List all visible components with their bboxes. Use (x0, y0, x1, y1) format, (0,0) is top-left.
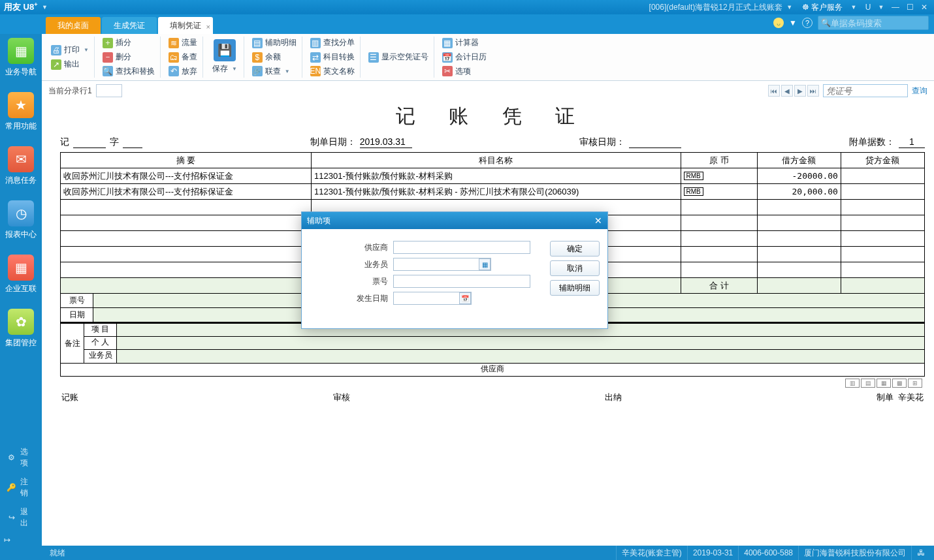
insert-row-button[interactable]: ＋插分 (103, 37, 155, 50)
cell-currency[interactable] (681, 262, 757, 278)
output-button[interactable]: ↗输出 (51, 58, 89, 71)
note-person-value[interactable] (117, 337, 924, 349)
cell-credit[interactable] (841, 262, 924, 278)
voucher-type-blank[interactable] (73, 136, 106, 148)
note-salesman-value[interactable] (117, 350, 924, 363)
cancel-button[interactable]: 取消 (550, 260, 600, 276)
brand-dropdown[interactable]: ▼ (39, 4, 51, 10)
cell-currency[interactable] (681, 231, 757, 247)
flow-button[interactable]: ≋流量 (169, 37, 197, 50)
sidebar-options[interactable]: ⚙选项 (0, 443, 42, 473)
service-dropdown[interactable]: ▼ (848, 4, 860, 10)
aux-detail-dialog-button[interactable]: 辅助明细 (550, 280, 600, 296)
tab-close-icon[interactable]: × (206, 18, 210, 35)
cell-subject[interactable]: 112301-预付账款/预付账款-材料采购 - 苏州汇川技术有限公司(20603… (312, 184, 681, 200)
calendar-button[interactable]: 📅会计日历 (442, 51, 487, 64)
u-dropdown[interactable]: ▼ (875, 4, 887, 10)
close-button[interactable]: ✕ (918, 3, 930, 12)
calc-button[interactable]: ▦计算器 (442, 37, 487, 50)
cell-debit[interactable] (757, 231, 841, 247)
view-icon-3[interactable]: ▦ (877, 379, 891, 388)
memo-button[interactable]: 🗂备查 (169, 51, 197, 64)
cell-credit[interactable] (841, 184, 924, 200)
nav-next-button[interactable]: ▶ (794, 85, 806, 97)
date-picker-icon[interactable]: 📅 (459, 292, 471, 304)
status-conn-icon[interactable]: 🖧 (911, 546, 930, 560)
nav-prev-button[interactable]: ◀ (781, 85, 793, 97)
show-empty-button[interactable]: ☰显示空凭证号 (368, 51, 428, 64)
salesman-input[interactable] (393, 258, 491, 271)
voucher-number-blank[interactable] (123, 136, 142, 148)
find-split-button[interactable]: ▥查找分单 (310, 37, 355, 50)
tab-fill-voucher[interactable]: 填制凭证× (158, 17, 213, 34)
delete-row-button[interactable]: －删分 (103, 51, 155, 64)
voucher-no-input[interactable] (823, 84, 908, 97)
eng-name-button[interactable]: EN英文名称 (310, 65, 355, 78)
service-icon[interactable]: ☸ 客户服务 (802, 2, 843, 13)
pin-icon[interactable]: ↦ (4, 535, 10, 544)
cell-summary[interactable] (61, 262, 312, 278)
table-row[interactable]: 收回苏州汇川技术有限公司---支付招标保证金112301-预付账款/预付账款-材… (61, 168, 925, 184)
cell-debit[interactable]: 20,000.00 (757, 184, 841, 200)
u-menu[interactable]: U (862, 3, 874, 12)
maximize-button[interactable]: ☐ (904, 3, 916, 12)
sidebar-item-reports[interactable]: ◷报表中心 (1, 200, 40, 240)
view-icon-1[interactable]: ▥ (845, 379, 860, 388)
supplier-input[interactable] (393, 241, 530, 254)
account-dropdown[interactable]: ▼ (784, 4, 796, 10)
cell-summary[interactable]: 收回苏州汇川技术有限公司---支付招标保证金 (61, 184, 312, 200)
ok-button[interactable]: 确定 (550, 241, 600, 257)
sidebar-item-messages[interactable]: ✉消息任务 (1, 146, 40, 186)
cell-debit[interactable] (757, 247, 841, 262)
view-icon-4[interactable]: ▩ (892, 379, 907, 388)
make-date-value[interactable]: 2019.03.31 (360, 136, 412, 148)
cell-credit[interactable] (841, 231, 924, 247)
find-replace-button[interactable]: 🔍查找和替换 (103, 65, 155, 78)
cell-summary[interactable] (61, 231, 312, 247)
cell-debit[interactable] (757, 215, 841, 231)
cell-currency[interactable]: RMB (681, 168, 757, 184)
cell-credit[interactable] (841, 200, 924, 215)
sidebar-exit[interactable]: ↪退出 (0, 503, 42, 533)
cell-debit[interactable]: -20000.00 (757, 168, 841, 184)
sidebar-item-group[interactable]: ✿集团管控 (1, 309, 40, 349)
view-icon-2[interactable]: ▤ (861, 379, 875, 388)
linkq-button[interactable]: 🔗联查▼ (252, 65, 297, 78)
sidebar-logout[interactable]: 🔑注销 (0, 473, 42, 503)
barcode-search[interactable]: 🔍 (818, 16, 929, 30)
save-button[interactable]: 保存▼ (212, 63, 237, 76)
cell-currency[interactable]: RMB (681, 184, 757, 200)
abandon-button[interactable]: ↶放弃 (169, 65, 197, 78)
cell-debit[interactable] (757, 262, 841, 278)
tab-my-desktop[interactable]: 我的桌面 (46, 17, 101, 34)
help-icon[interactable]: ? (802, 18, 813, 28)
query-link[interactable]: 查询 (912, 86, 927, 97)
cell-summary[interactable] (61, 200, 312, 215)
cell-credit[interactable] (841, 168, 924, 184)
billno-input[interactable] (393, 275, 530, 288)
balance-button[interactable]: $余额 (252, 51, 297, 64)
cell-summary[interactable] (61, 215, 312, 231)
ribbon-option-button[interactable]: ✂选项 (442, 65, 487, 78)
cell-currency[interactable] (681, 215, 757, 231)
dialog-titlebar[interactable]: 辅助项 ✕ (302, 212, 607, 229)
sidebar-item-common[interactable]: ★常用功能 (1, 92, 40, 132)
cell-summary[interactable]: 收回苏州汇川技术有限公司---支付招标保证金 (61, 168, 312, 184)
smiley-dropdown[interactable]: ▼ (789, 18, 797, 27)
subj-convert-button[interactable]: ⇄科目转换 (310, 51, 355, 64)
current-row-box[interactable] (96, 84, 122, 97)
minimize-button[interactable]: — (890, 3, 901, 12)
smiley-icon[interactable]: ᴗ (773, 18, 784, 28)
nav-last-button[interactable]: ⏭ (807, 85, 819, 97)
cell-debit[interactable] (757, 200, 841, 215)
tab-gen-voucher[interactable]: 生成凭证 (102, 17, 157, 34)
sidebar-item-biznav[interactable]: ▦业务导航 (1, 38, 40, 78)
sidebar-item-enterprise[interactable]: ▦企业互联 (1, 255, 40, 294)
aux-detail-button[interactable]: ▤辅助明细 (252, 37, 297, 50)
cell-credit[interactable] (841, 247, 924, 262)
cell-currency[interactable] (681, 200, 757, 215)
view-icon-5[interactable]: ⊞ (908, 379, 922, 388)
nav-first-button[interactable]: ⏮ (768, 85, 780, 97)
cell-currency[interactable] (681, 247, 757, 262)
dialog-close-icon[interactable]: ✕ (594, 215, 602, 226)
